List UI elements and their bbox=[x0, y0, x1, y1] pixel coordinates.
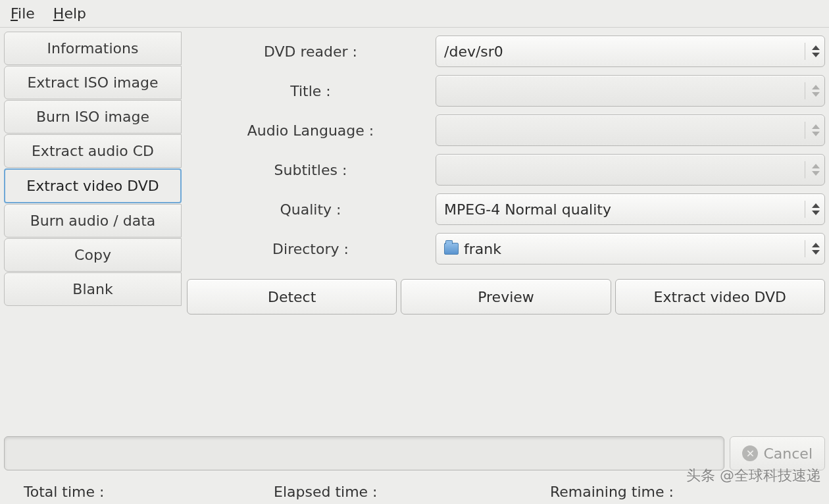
cancel-button: ✕ Cancel bbox=[730, 436, 825, 470]
spinner-icon bbox=[805, 240, 816, 257]
action-button-row: Detect Preview Extract video DVD bbox=[186, 279, 825, 315]
label-title: Title : bbox=[186, 83, 436, 99]
label-quality: Quality : bbox=[186, 201, 436, 218]
close-icon: ✕ bbox=[742, 445, 758, 461]
label-subtitles: Subtitles : bbox=[186, 162, 436, 178]
label-dvd-reader: DVD reader : bbox=[186, 43, 436, 60]
tab-informations[interactable]: Informations bbox=[4, 32, 182, 65]
remaining-time-label: Remaining time : bbox=[550, 484, 805, 500]
tab-blank[interactable]: Blank bbox=[4, 272, 182, 306]
sidebar: Informations Extract ISO image Burn ISO … bbox=[4, 32, 182, 318]
total-time-label: Total time : bbox=[24, 484, 274, 500]
label-audio-language: Audio Language : bbox=[186, 122, 436, 139]
combo-directory-value: frank bbox=[464, 241, 799, 257]
menu-file[interactable]: File bbox=[11, 5, 35, 22]
tab-burn-iso[interactable]: Burn ISO image bbox=[4, 100, 182, 134]
spinner-icon bbox=[805, 201, 816, 218]
elapsed-time-label: Elapsed time : bbox=[274, 484, 550, 500]
preview-button[interactable]: Preview bbox=[401, 279, 611, 315]
combo-directory[interactable]: frank bbox=[436, 233, 825, 265]
combo-subtitles[interactable] bbox=[436, 154, 825, 186]
folder-icon bbox=[444, 243, 459, 255]
spinner-icon bbox=[805, 122, 816, 139]
combo-quality[interactable]: MPEG-4 Normal quality bbox=[436, 193, 825, 225]
menu-help[interactable]: Help bbox=[53, 5, 86, 22]
main-area: Informations Extract ISO image Burn ISO … bbox=[0, 28, 829, 318]
status-row: Total time : Elapsed time : Remaining ti… bbox=[4, 481, 825, 500]
tab-extract-video-dvd[interactable]: Extract video DVD bbox=[4, 168, 182, 203]
combo-dvd-reader-value: /dev/sr0 bbox=[444, 43, 799, 60]
tab-extract-iso[interactable]: Extract ISO image bbox=[4, 66, 182, 99]
tab-extract-audio-cd[interactable]: Extract audio CD bbox=[4, 134, 182, 168]
combo-audio-language[interactable] bbox=[436, 114, 825, 146]
combo-dvd-reader[interactable]: /dev/sr0 bbox=[436, 36, 825, 67]
spinner-icon bbox=[805, 82, 816, 99]
combo-quality-value: MPEG-4 Normal quality bbox=[444, 201, 799, 218]
cancel-label: Cancel bbox=[763, 445, 813, 462]
spinner-icon bbox=[805, 43, 816, 60]
extract-video-dvd-button[interactable]: Extract video DVD bbox=[615, 279, 825, 315]
bottom-bar: ✕ Cancel Total time : Elapsed time : Rem… bbox=[0, 436, 829, 500]
combo-title[interactable] bbox=[436, 75, 825, 107]
tab-burn-audio-data[interactable]: Burn audio / data bbox=[4, 204, 182, 238]
form-panel: DVD reader : /dev/sr0 Title : Audio Lang… bbox=[182, 32, 825, 318]
progress-bar bbox=[4, 436, 724, 470]
label-directory: Directory : bbox=[186, 241, 436, 257]
detect-button[interactable]: Detect bbox=[187, 279, 397, 315]
spinner-icon bbox=[805, 161, 816, 178]
menubar: File Help bbox=[0, 0, 829, 28]
tab-copy[interactable]: Copy bbox=[4, 238, 182, 272]
